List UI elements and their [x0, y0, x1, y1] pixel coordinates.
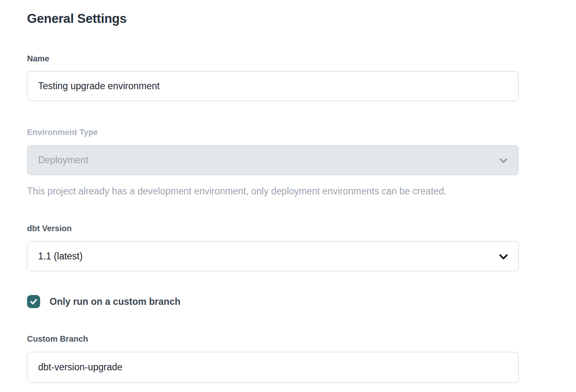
- custom-branch-field-label: Custom Branch: [27, 334, 519, 344]
- checkmark-icon: [29, 297, 38, 306]
- custom-branch-checkbox[interactable]: [27, 295, 40, 308]
- general-settings-form: General Settings Name Environment Type D…: [27, 11, 519, 383]
- environment-type-field-label: Environment Type: [27, 127, 519, 137]
- environment-type-helper-text: This project already has a development e…: [27, 185, 519, 197]
- name-input[interactable]: [27, 71, 519, 101]
- name-field-label: Name: [27, 54, 519, 63]
- chevron-down-icon: [498, 155, 509, 166]
- dbt-version-select[interactable]: 1.1 (latest): [27, 241, 519, 271]
- custom-branch-input[interactable]: [27, 352, 519, 383]
- environment-type-selected-value: Deployment: [38, 155, 88, 166]
- custom-branch-checkbox-label: Only run on a custom branch: [50, 296, 180, 307]
- page-title: General Settings: [27, 11, 519, 27]
- custom-branch-checkbox-row[interactable]: Only run on a custom branch: [27, 295, 519, 308]
- dbt-version-field-label: dbt Version: [27, 223, 519, 233]
- dbt-version-selected-value: 1.1 (latest): [38, 251, 83, 262]
- environment-type-select: Deployment: [27, 145, 519, 175]
- chevron-down-icon: [498, 251, 509, 262]
